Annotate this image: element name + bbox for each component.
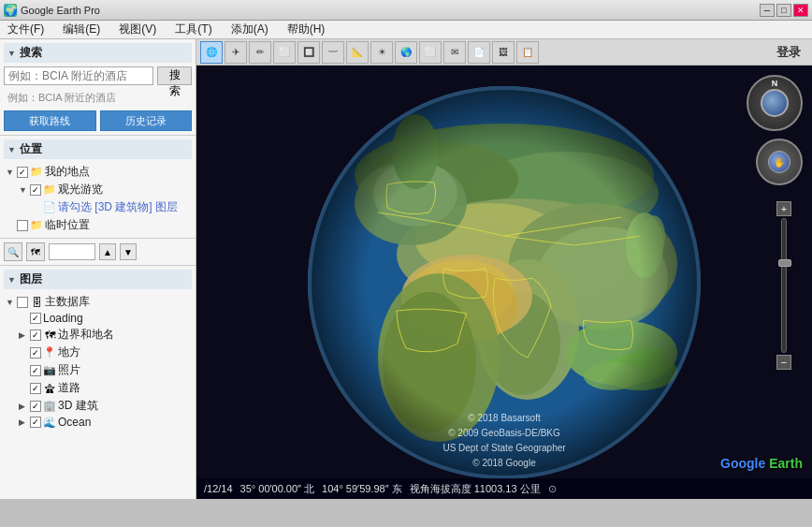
toolbar-photo-btn[interactable]: ⬜ xyxy=(419,41,442,64)
zoom-in-button[interactable]: + xyxy=(776,201,791,216)
title-bar-title: Google Earth Pro xyxy=(21,5,100,16)
search-button[interactable]: 搜索 xyxy=(157,66,192,85)
sightseeing-container: ▼ ✓ 📁 观光游览 📄 请勾选 [3D 建筑物] 图层 xyxy=(4,181,192,216)
zoom-out-button[interactable]: − xyxy=(776,355,791,370)
ocean-icon: 🌊 xyxy=(43,416,56,429)
layer-photos[interactable]: ✓ 📷 照片 xyxy=(17,361,192,379)
places-3d-note[interactable]: 📄 请勾选 [3D 建筑物] 图层 xyxy=(30,198,192,216)
search-section-header[interactable]: ▼ 搜索 xyxy=(4,43,192,63)
toolbar-street-btn[interactable]: 🌎 xyxy=(395,41,417,64)
compass-n-label: N xyxy=(748,79,801,88)
earth-container: N ✋ + − © 2018 Basarsoft xyxy=(196,66,812,499)
map-panel[interactable]: 🌐 ✈ ✏ ⬜ 🔲 〰 📐 ☀ 🌎 ⬜ ✉ 📄 🖼 📋 登录 xyxy=(196,39,812,499)
layer-roads[interactable]: ✓ 🛣 道路 xyxy=(17,379,192,397)
login-label[interactable]: 登录 xyxy=(769,44,808,61)
search-section-label: 搜索 xyxy=(20,45,42,61)
roads-checkbox[interactable]: ✓ xyxy=(30,383,41,394)
status-elevation: 视角海拔高度 11003.13 公里 xyxy=(410,482,541,496)
ring-outer[interactable]: ✋ xyxy=(756,139,803,185)
local-checkbox[interactable]: ✓ xyxy=(30,347,41,359)
toolbar-draw-btn[interactable]: ✏ xyxy=(249,41,271,64)
status-lon: 104° 59′59.98″ 东 xyxy=(322,482,402,496)
3d-checkbox[interactable]: ✓ xyxy=(30,401,41,412)
places-section-header[interactable]: ▼ 位置 xyxy=(4,139,192,159)
loading-checkbox[interactable]: ✓ xyxy=(30,313,41,324)
menu-file[interactable]: 文件(F) xyxy=(4,22,48,37)
get-directions-button[interactable]: 获取路线 xyxy=(4,110,96,131)
location-input[interactable] xyxy=(49,243,95,260)
move-up-button[interactable]: ▲ xyxy=(99,243,116,260)
sightseeing-folder-icon: 📁 xyxy=(43,183,56,197)
3d-icon: 🏢 xyxy=(43,400,56,413)
layer-main-db[interactable]: ▼ 🗄 主数据库 xyxy=(4,293,192,311)
borders-expand-icon: ▶ xyxy=(19,330,28,340)
toolbar-fly-btn[interactable]: ✈ xyxy=(225,41,247,64)
menu-help[interactable]: 帮助(H) xyxy=(283,22,329,37)
zoom-track[interactable] xyxy=(781,218,787,353)
layer-ocean[interactable]: ▶ ✓ 🌊 Ocean xyxy=(17,415,192,430)
photos-expand-icon xyxy=(19,366,28,375)
magnify-icon[interactable]: 🔍 xyxy=(4,242,22,261)
my-places-expand-icon: ▼ xyxy=(6,168,15,177)
menu-tools[interactable]: 工具(T) xyxy=(171,22,215,37)
roads-icon: 🛣 xyxy=(43,382,56,395)
roads-expand-icon xyxy=(19,384,28,393)
toolbar-movie-btn[interactable]: 📋 xyxy=(516,41,539,64)
places-my-places[interactable]: ▼ ✓ 📁 我的地点 xyxy=(4,163,192,181)
toolbar-circle-btn[interactable]: 🔲 xyxy=(297,41,320,64)
close-button[interactable]: ✕ xyxy=(793,4,808,17)
menu-add[interactable]: 添加(A) xyxy=(227,22,272,37)
ocean-checkbox[interactable]: ✓ xyxy=(30,417,41,428)
minimize-button[interactable]: ─ xyxy=(760,4,775,17)
map-icon[interactable]: 🗺 xyxy=(26,242,45,261)
app-icon: 🌍 xyxy=(4,4,17,17)
main-db-icon: 🗄 xyxy=(30,296,43,309)
zoom-slider: + − xyxy=(776,201,791,370)
toolbar-sun-btn[interactable]: ☀ xyxy=(370,41,393,64)
zoom-thumb[interactable] xyxy=(778,259,791,267)
toolbar-image-btn[interactable]: 🖼 xyxy=(492,41,515,64)
status-indicator: ⊙ xyxy=(548,483,557,495)
layers-section-header[interactable]: ▼ 图层 xyxy=(4,270,192,289)
search-input[interactable] xyxy=(4,66,153,85)
local-label: 地方 xyxy=(58,344,80,360)
places-sightseeing[interactable]: ▼ ✓ 📁 观光游览 xyxy=(17,181,192,198)
layer-3d-buildings[interactable]: ▶ ✓ 🏢 3D 建筑 xyxy=(17,397,192,415)
history-button[interactable]: 历史记录 xyxy=(100,110,193,131)
compass-outer[interactable]: N xyxy=(747,75,803,131)
watermark-earth: Earth xyxy=(769,456,803,471)
sightseeing-label: 观光游览 xyxy=(58,182,103,198)
toolbar-path-btn[interactable]: 〰 xyxy=(322,41,344,64)
layers-arrow-icon: ▼ xyxy=(7,275,16,285)
ring-inner: ✋ xyxy=(768,151,790,173)
move-down-button[interactable]: ▼ xyxy=(120,243,137,260)
places-section: ▼ 位置 ▼ ✓ 📁 我的地点 ▼ ✓ 📁 观光游览 xyxy=(0,136,196,239)
temp-checkbox[interactable] xyxy=(17,220,28,231)
toolbar-globe-btn[interactable]: 🌐 xyxy=(200,41,223,64)
toolbar-rect-btn[interactable]: ⬜ xyxy=(273,41,296,64)
my-places-checkbox[interactable]: ✓ xyxy=(17,167,28,178)
toolbar-email-btn[interactable]: ✉ xyxy=(443,41,466,64)
places-temp[interactable]: 📁 临时位置 xyxy=(4,216,192,234)
toolbar-measure-btn[interactable]: 📐 xyxy=(346,41,369,64)
maximize-button[interactable]: □ xyxy=(776,4,791,17)
layer-loading[interactable]: ✓ Loading xyxy=(17,311,192,326)
photos-checkbox[interactable]: ✓ xyxy=(30,365,41,376)
layer-borders[interactable]: ▶ ✓ 🗺 边界和地名 xyxy=(17,326,192,344)
places-section-label: 位置 xyxy=(20,141,42,157)
title-bar-controls: ─ □ ✕ xyxy=(760,4,808,17)
title-bar: 🌍 Google Earth Pro ─ □ ✕ xyxy=(0,0,812,21)
places-arrow-icon: ▼ xyxy=(7,145,16,154)
nav-ring: ✋ xyxy=(756,139,803,185)
sightseeing-checkbox[interactable]: ✓ xyxy=(30,184,41,196)
toolbar-print-btn[interactable]: 📄 xyxy=(468,41,490,64)
menu-view[interactable]: 视图(V) xyxy=(115,22,160,37)
menu-edit[interactable]: 编辑(E) xyxy=(59,22,104,37)
main-db-checkbox[interactable] xyxy=(17,297,28,308)
local-expand-icon xyxy=(19,348,28,358)
search-hint: 例如：BCIA 附近的酒店 xyxy=(4,89,192,107)
borders-checkbox[interactable]: ✓ xyxy=(30,329,41,341)
left-panel: ▼ 搜索 搜索 例如：BCIA 附近的酒店 获取路线 历史记录 ▼ 位置 ▼ ✓ xyxy=(0,39,196,499)
main-layout: ▼ 搜索 搜索 例如：BCIA 附近的酒店 获取路线 历史记录 ▼ 位置 ▼ ✓ xyxy=(0,39,812,499)
layer-local[interactable]: ✓ 📍 地方 xyxy=(17,344,192,361)
